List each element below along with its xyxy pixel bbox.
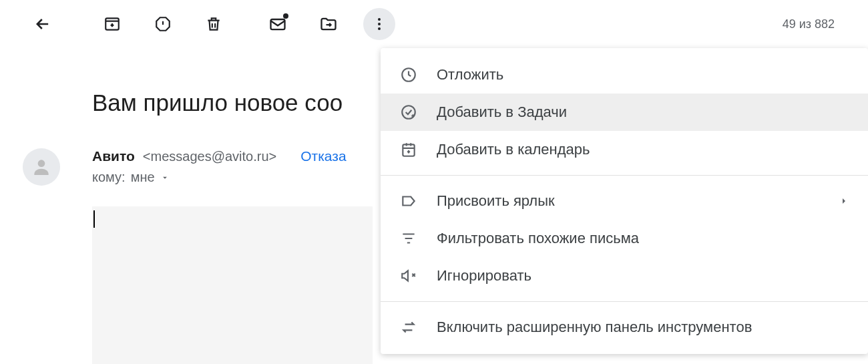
menu-add-calendar[interactable]: Добавить в календарь (381, 131, 868, 168)
menu-label-label: Присвоить ярлык (437, 192, 555, 210)
toolbar-left (27, 8, 395, 40)
delete-button[interactable] (198, 8, 230, 40)
menu-mute-label: Игнорировать (437, 267, 531, 285)
trash-icon (205, 15, 222, 33)
spam-icon (154, 15, 172, 33)
menu-add-tasks-label: Добавить в Задачи (437, 104, 567, 121)
toolbar-group-2 (262, 8, 395, 40)
archive-icon (103, 15, 121, 33)
chevron-right-icon (839, 196, 849, 206)
menu-separator-1 (381, 175, 868, 176)
person-icon (31, 156, 52, 178)
calendar-icon (399, 140, 418, 159)
svg-point-5 (38, 160, 45, 167)
svg-point-4 (378, 27, 381, 30)
more-dropdown: Отложить Добавить в Задачи Добавить в ка… (381, 48, 868, 354)
task-add-icon (399, 103, 418, 122)
menu-filter-label: Фильтровать похожие письма (437, 230, 639, 247)
unsubscribe-link[interactable]: Отказа (300, 148, 346, 164)
menu-filter[interactable]: Фильтровать похожие письма (381, 220, 868, 257)
recipient-line[interactable]: кому: мне (92, 170, 373, 185)
svg-point-3 (378, 23, 381, 25)
back-button[interactable] (27, 8, 59, 40)
menu-label[interactable]: Присвоить ярлык (381, 182, 868, 220)
message-body (92, 206, 373, 364)
more-vertical-icon (371, 16, 387, 32)
filter-icon (399, 229, 418, 248)
menu-snooze-label: Отложить (437, 66, 503, 83)
sender-email: <messages@avito.ru> (143, 149, 276, 164)
avatar[interactable] (23, 148, 60, 186)
menu-expand-toolbar[interactable]: Включить расширенную панель инструментов (381, 309, 868, 346)
recipient-to: мне (131, 170, 155, 185)
svg-rect-1 (271, 19, 285, 29)
move-folder-icon (319, 15, 338, 33)
sender-line: Авито <messages@avito.ru> Отказа (92, 148, 373, 164)
menu-add-calendar-label: Добавить в календарь (437, 141, 590, 158)
menu-mute[interactable]: Игнорировать (381, 257, 868, 295)
clock-icon (399, 65, 418, 84)
text-cursor (93, 210, 95, 228)
menu-expand-toolbar-label: Включить расширенную панель инструментов (437, 319, 752, 336)
toolbar-group-1 (96, 8, 230, 40)
mark-unread-button[interactable] (262, 8, 294, 40)
mute-icon (399, 266, 418, 285)
sender-info: Авито <messages@avito.ru> Отказа кому: м… (92, 148, 373, 364)
menu-add-tasks[interactable]: Добавить в Задачи (381, 94, 868, 131)
svg-point-2 (378, 18, 381, 21)
chevron-down-icon (160, 173, 170, 182)
unread-dot-icon (283, 13, 288, 19)
menu-separator-2 (381, 301, 868, 302)
archive-button[interactable] (96, 8, 128, 40)
more-button[interactable] (363, 8, 395, 40)
menu-snooze[interactable]: Отложить (381, 56, 868, 94)
move-to-button[interactable] (312, 8, 345, 40)
recipient-prefix: кому: (92, 170, 126, 185)
arrow-left-icon (33, 15, 52, 33)
sender-name: Авито (92, 148, 135, 164)
label-icon (399, 192, 418, 210)
message-counter: 49 из 882 (783, 17, 841, 31)
swap-icon (399, 318, 418, 337)
spam-button[interactable] (147, 8, 179, 40)
toolbar: 49 из 882 (0, 0, 868, 48)
